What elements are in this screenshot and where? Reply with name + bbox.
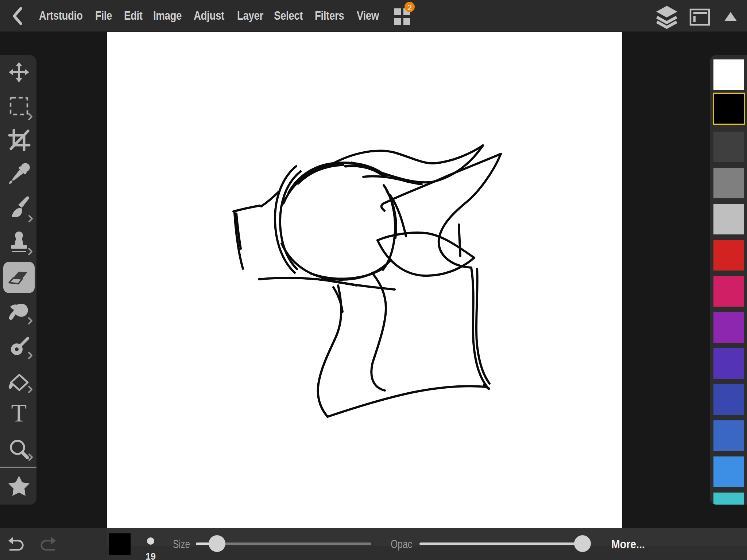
svg-text:19: 19 bbox=[146, 551, 156, 560]
svg-text:2: 2 bbox=[407, 3, 412, 12]
svg-text:Opac: Opac bbox=[391, 538, 412, 551]
svg-text:More...: More... bbox=[611, 537, 645, 551]
svg-text:Size: Size bbox=[173, 538, 190, 551]
svg-text:T: T bbox=[11, 399, 27, 427]
